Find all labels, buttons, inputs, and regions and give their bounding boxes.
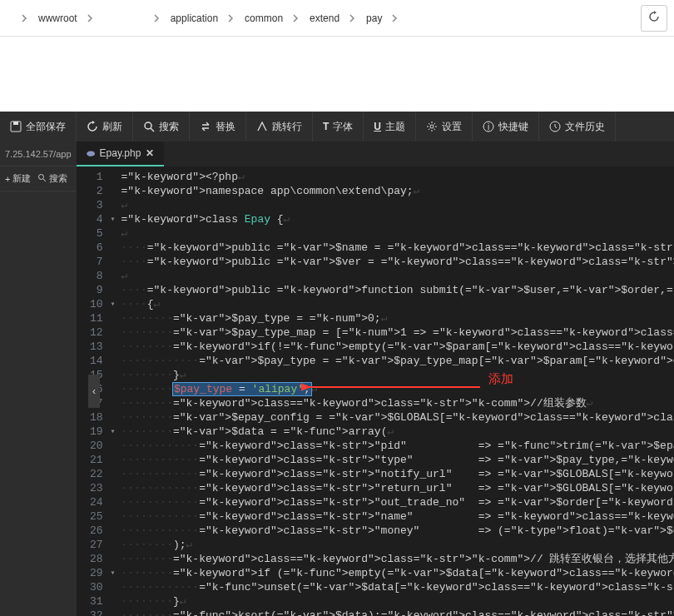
tab-epay-php[interactable]: ⬬ Epay.php ✕ <box>77 142 165 166</box>
php-icon: ⬬ <box>87 147 95 159</box>
code-content[interactable]: ="k-keyword"><?php↵="k-keyword">namespac… <box>118 166 674 616</box>
settings-button[interactable]: 设置 <box>416 112 473 142</box>
save-all-button[interactable]: 全部保存 <box>0 112 77 142</box>
breadcrumb-item[interactable]: application <box>166 11 223 26</box>
toolbar-label: 跳转行 <box>272 120 302 134</box>
toolbar-label: 文件历史 <box>565 120 605 134</box>
info-icon: i <box>483 121 494 132</box>
refresh-icon <box>87 121 98 132</box>
new-file-button[interactable]: + 新建 <box>5 172 31 185</box>
refresh-button[interactable] <box>641 5 667 32</box>
theme-icon: U <box>374 121 381 132</box>
theme-button[interactable]: U 主题 <box>364 112 416 142</box>
button-label: 搜索 <box>49 172 67 185</box>
panel-collapse-handle[interactable]: ‹ <box>88 375 100 408</box>
toolbar-label: 主题 <box>385 120 405 134</box>
breadcrumb-item[interactable]: pay <box>361 11 387 26</box>
chevron-right-icon <box>20 14 30 22</box>
toolbar-label: 快捷键 <box>498 120 528 134</box>
breadcrumb-bar: wwwroot application common extend pay <box>0 0 674 37</box>
svg-point-8 <box>39 175 44 180</box>
svg-point-2 <box>145 122 151 129</box>
toolbar-label: 刷新 <box>102 120 122 134</box>
file-tree-path: 7.25.142.57/app <box>0 142 77 166</box>
search-button[interactable]: 搜索 <box>133 112 190 142</box>
svg-text:i: i <box>488 122 489 132</box>
editor-area: ⬬ Epay.php ✕ 123456789101112131415161718… <box>77 142 674 616</box>
refresh-icon <box>647 10 661 26</box>
tree-search-button[interactable]: 搜索 <box>37 172 67 185</box>
toolbar-label: 设置 <box>442 120 462 134</box>
svg-line-9 <box>43 179 46 181</box>
fold-column: ▾▾▾▾ <box>108 166 118 616</box>
file-tree-tools: + 新建 搜索 <box>0 166 77 191</box>
breadcrumb-item[interactable]: wwwroot <box>33 11 82 26</box>
toolbar-label: 全部保存 <box>26 120 66 134</box>
goto-icon <box>256 121 268 132</box>
svg-point-4 <box>430 125 434 128</box>
main-row: 7.25.142.57/app + 新建 搜索 ‹ ⬬ Epay.php ✕ 1… <box>0 142 674 616</box>
close-icon[interactable]: ✕ <box>146 147 154 159</box>
toolbar-label: 字体 <box>333 120 353 134</box>
code-editor[interactable]: 1234567891011121314151617181920212223242… <box>77 166 674 616</box>
replace-icon <box>200 121 211 132</box>
breadcrumb: wwwroot application common extend pay <box>7 11 641 26</box>
chevron-right-icon <box>152 14 162 22</box>
toolbar-label: 搜索 <box>159 120 179 134</box>
font-icon: T <box>323 121 329 132</box>
replace-button[interactable]: 替换 <box>190 112 246 142</box>
breadcrumb-item[interactable] <box>7 17 17 20</box>
chevron-right-icon <box>226 14 236 22</box>
chevron-right-icon <box>348 14 358 22</box>
breadcrumb-item[interactable] <box>99 17 149 20</box>
chevron-left-icon: ‹ <box>92 385 96 397</box>
tab-filename: Epay.php <box>100 147 141 159</box>
toolbar-label: 替换 <box>216 120 235 134</box>
font-button[interactable]: T 字体 <box>313 112 364 142</box>
chevron-right-icon <box>390 14 400 22</box>
gear-icon <box>426 121 438 132</box>
svg-line-3 <box>151 128 154 132</box>
breadcrumb-item[interactable]: common <box>240 11 288 26</box>
file-tree-panel: 7.25.142.57/app + 新建 搜索 <box>0 142 77 616</box>
editor-toolbar: 全部保存 刷新 搜索 替换 跳转行 T 字体 U 主题 设置 i 快捷键 文件历… <box>0 112 674 142</box>
save-icon <box>10 121 22 132</box>
button-label: 新建 <box>12 172 31 185</box>
file-history-button[interactable]: 文件历史 <box>539 112 616 142</box>
annotation-label: 添加 <box>488 373 513 387</box>
clock-icon <box>549 121 561 132</box>
search-icon <box>143 121 155 132</box>
svg-rect-1 <box>13 122 18 125</box>
chevron-right-icon <box>86 14 96 22</box>
chevron-right-icon <box>291 14 301 22</box>
tab-bar: ⬬ Epay.php ✕ <box>77 142 674 166</box>
goto-line-button[interactable]: 跳转行 <box>246 112 313 142</box>
refresh-button[interactable]: 刷新 <box>77 112 133 142</box>
plus-icon: + <box>5 174 10 184</box>
search-icon <box>37 173 47 184</box>
breadcrumb-item[interactable]: extend <box>305 11 344 26</box>
shortcuts-button[interactable]: i 快捷键 <box>473 112 539 142</box>
spacer <box>0 37 674 112</box>
